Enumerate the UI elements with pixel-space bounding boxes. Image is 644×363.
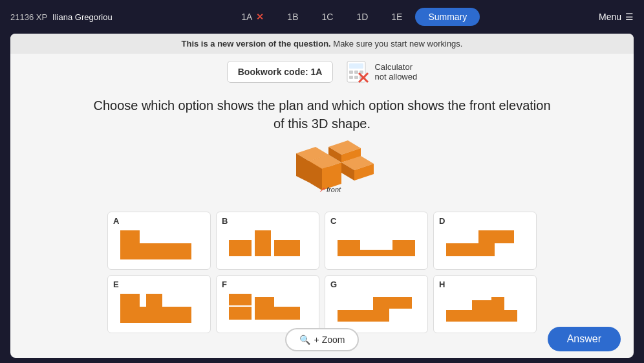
shape-h-svg xyxy=(443,291,527,326)
option-g-shape xyxy=(329,291,424,326)
shape-a-svg xyxy=(117,227,201,263)
tab-1a-cross: ✕ xyxy=(256,12,264,22)
tab-1b-label: 1B xyxy=(287,12,298,22)
main-3d-shape: ↗ front xyxy=(257,140,387,205)
svg-rect-27 xyxy=(274,240,300,256)
svg-rect-44 xyxy=(389,297,412,309)
option-f-shape xyxy=(220,291,315,326)
option-d-label: D xyxy=(439,216,445,226)
svg-rect-35 xyxy=(120,294,140,307)
question-text: Choose which option shows the plan and w… xyxy=(10,90,634,138)
shape-f-svg xyxy=(226,291,310,326)
option-e-label: E xyxy=(113,280,119,289)
option-c-shape xyxy=(329,227,424,263)
tab-summary-label: Summary xyxy=(428,12,467,22)
option-h-label: H xyxy=(439,280,445,289)
svg-rect-45 xyxy=(446,310,472,322)
tab-1e[interactable]: 1E xyxy=(381,8,413,26)
nav-tabs: 1A ✕ 1B 1C 1D 1E Summary xyxy=(113,8,599,26)
calculator-text: Calculator not allowed xyxy=(374,62,417,82)
shape-b-svg xyxy=(226,227,310,263)
svg-rect-47 xyxy=(491,297,504,310)
tab-1c[interactable]: 1C xyxy=(311,8,343,26)
shape-area: ↗ front xyxy=(10,140,634,208)
zoom-button[interactable]: 🔍 + Zoom xyxy=(285,328,360,351)
svg-rect-2 xyxy=(349,71,353,74)
xp-display: 21136 XP xyxy=(10,12,47,22)
calculator-line2: not allowed xyxy=(374,72,417,82)
option-f-label: F xyxy=(222,280,227,289)
zoom-icon: 🔍 xyxy=(299,335,310,345)
option-d[interactable]: D xyxy=(433,212,537,270)
tab-1c-label: 1C xyxy=(321,12,333,22)
menu-button[interactable]: Menu ☰ xyxy=(599,12,634,22)
answer-button[interactable]: Answer xyxy=(548,327,621,351)
option-e-shape xyxy=(112,291,206,326)
option-e[interactable]: E xyxy=(107,275,211,333)
tab-1e-label: 1E xyxy=(391,12,402,22)
bottom-row: 🔍 + Zoom xyxy=(10,328,634,351)
svg-rect-36 xyxy=(140,307,191,323)
svg-rect-38 xyxy=(229,307,252,320)
option-f[interactable]: F xyxy=(216,275,319,333)
option-h[interactable]: H xyxy=(433,275,537,333)
shape-c-svg xyxy=(334,227,418,263)
svg-rect-39 xyxy=(255,297,274,320)
options-row-2: E F xyxy=(107,275,537,333)
svg-rect-33 xyxy=(495,230,514,243)
svg-rect-5 xyxy=(349,76,353,79)
bookwork-button[interactable]: Bookwork code: 1A xyxy=(227,61,334,83)
svg-rect-41 xyxy=(229,294,252,305)
options-row-1: A B xyxy=(107,212,537,270)
svg-rect-25 xyxy=(229,240,252,256)
notice-bar: This is a new version of the question. M… xyxy=(10,34,634,54)
svg-rect-3 xyxy=(354,71,358,74)
option-a[interactable]: A xyxy=(107,212,211,270)
svg-rect-24 xyxy=(140,243,191,259)
menu-label: Menu xyxy=(599,12,621,22)
option-c[interactable]: C xyxy=(325,212,428,270)
svg-rect-48 xyxy=(491,310,517,322)
shape-e-svg xyxy=(117,291,201,326)
svg-rect-1 xyxy=(349,63,363,69)
svg-rect-6 xyxy=(354,76,358,79)
bookwork-row: Bookwork code: 1A Calculator not allowed xyxy=(10,54,634,90)
option-b-shape xyxy=(220,227,315,263)
notice-bold: This is a new version of the question. xyxy=(182,39,331,49)
svg-rect-46 xyxy=(472,300,491,322)
tab-summary[interactable]: Summary xyxy=(415,8,480,26)
svg-rect-42 xyxy=(338,310,373,322)
options-grid: A B xyxy=(10,212,634,333)
svg-text:↗ front: ↗ front xyxy=(319,186,341,193)
svg-rect-29 xyxy=(360,250,392,256)
svg-rect-34 xyxy=(120,307,140,323)
tab-1b[interactable]: 1B xyxy=(277,8,308,26)
tab-1d-label: 1D xyxy=(356,12,368,22)
calculator-line1: Calculator xyxy=(374,62,417,72)
calculator-icon xyxy=(346,60,369,83)
option-a-label: A xyxy=(113,216,119,226)
svg-rect-28 xyxy=(338,240,360,256)
svg-rect-26 xyxy=(255,230,271,256)
tab-1a[interactable]: 1A ✕ xyxy=(231,8,274,26)
zoom-label: + Zoom xyxy=(314,335,345,345)
svg-rect-37 xyxy=(146,294,162,307)
svg-rect-23 xyxy=(120,230,140,259)
option-g[interactable]: G xyxy=(325,275,428,333)
tab-1d[interactable]: 1D xyxy=(346,8,378,26)
username-display: Iliana Gregoriou xyxy=(52,12,113,22)
shape-d-svg xyxy=(443,227,527,263)
svg-rect-32 xyxy=(478,230,495,256)
svg-rect-40 xyxy=(274,307,300,320)
option-h-shape xyxy=(438,291,532,326)
option-a-shape xyxy=(112,227,206,263)
top-bar: 21136 XP Iliana Gregoriou 1A ✕ 1B 1C 1D … xyxy=(0,0,644,34)
hamburger-icon: ☰ xyxy=(625,12,634,22)
tab-1a-label: 1A xyxy=(241,12,252,22)
option-d-shape xyxy=(438,227,532,263)
option-b[interactable]: B xyxy=(216,212,319,270)
option-b-label: B xyxy=(222,216,228,226)
svg-rect-43 xyxy=(373,297,389,322)
shape-g-svg xyxy=(334,291,418,326)
calculator-info: Calculator not allowed xyxy=(346,60,417,83)
